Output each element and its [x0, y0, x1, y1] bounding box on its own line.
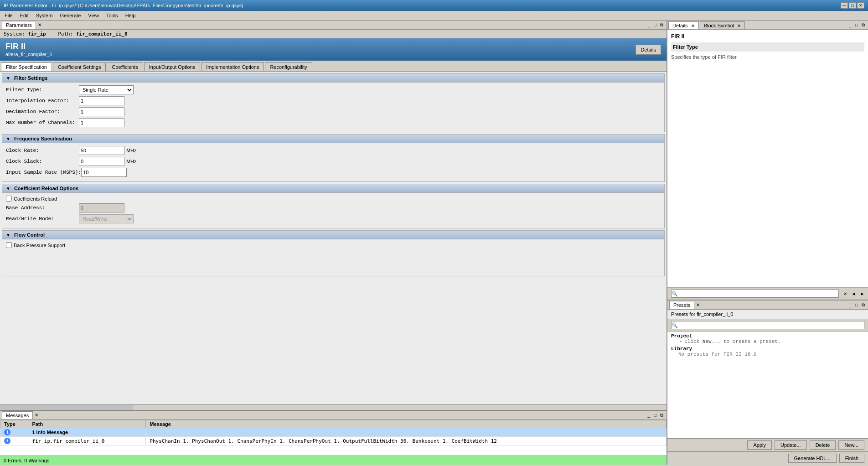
filter-settings-title: Filter Settings: [14, 75, 47, 81]
msg-col-message: Message: [146, 420, 666, 428]
tab-block-symbol[interactable]: Block Symbol ✕: [700, 21, 745, 29]
delete-button[interactable]: Delete: [810, 440, 836, 450]
system-label: System:: [4, 31, 25, 37]
clock-slack-row: Clock Slack: MHz: [6, 157, 661, 166]
menu-view[interactable]: View: [85, 12, 102, 19]
tab-details[interactable]: Details ✕: [668, 21, 699, 29]
minimize-button[interactable]: —: [841, 2, 848, 9]
base-address-label: Base Address:: [6, 205, 79, 211]
interpolation-factor-row: Interpolation Factor:: [6, 96, 661, 105]
panel-maximize-icon[interactable]: □: [652, 22, 658, 28]
filter-settings-section: ▼ Filter Settings Filter Type: Single Ra…: [2, 73, 665, 132]
max-channels-input[interactable]: [79, 118, 124, 127]
tab-implementation-options[interactable]: Implementation Options: [201, 62, 264, 71]
tab-filter-specification[interactable]: Filter Specification: [1, 62, 52, 71]
filter-content-area: ▼ Filter Settings Filter Type: Single Ra…: [0, 72, 666, 404]
block-symbol-tab-close[interactable]: ✕: [737, 23, 741, 28]
msg-summary-text: 1 Info Message: [28, 428, 146, 437]
main-layout: Parameters ✕ _ □ ⧉ System: fir_ip Path: …: [0, 21, 868, 465]
coeff-reload-checkbox[interactable]: [6, 196, 12, 202]
frequency-spec-collapse[interactable]: ▼: [6, 136, 10, 141]
messages-maximize-icon[interactable]: □: [652, 413, 658, 418]
presets-for-text: Presets for fir_compiler_ii_0: [671, 311, 733, 317]
details-tab-close[interactable]: ✕: [691, 23, 695, 28]
update-button[interactable]: Update...: [775, 440, 807, 450]
search-bar: 🔍: [671, 290, 839, 298]
presets-search-icon: 🔍: [672, 322, 678, 328]
presets-search-input[interactable]: [678, 321, 864, 329]
title-bar-text: IP Parameter Editor - fir_ip.qsys* (C:\U…: [4, 3, 243, 8]
filter-type-row: Filter Type: Single Rate Interpolation D…: [6, 85, 661, 94]
menu-file[interactable]: File: [2, 12, 16, 19]
messages-tab-close[interactable]: ✕: [35, 413, 38, 418]
generate-hdl-button[interactable]: Generate HDL...: [788, 454, 837, 463]
filter-settings-collapse[interactable]: ▼: [6, 76, 10, 81]
details-button[interactable]: Details: [636, 45, 661, 55]
read-write-mode-select[interactable]: Read/Write Read Only Write Only: [79, 214, 134, 223]
right-minimize-icon[interactable]: _: [847, 22, 853, 28]
clock-slack-label: Clock Slack:: [6, 159, 79, 164]
tab-input-output-options[interactable]: Input/Output Options: [144, 62, 201, 71]
presets-maximize-icon[interactable]: □: [854, 302, 859, 308]
panel-minimize-icon[interactable]: _: [646, 22, 651, 28]
library-child: No presets for FIR II 16.0: [671, 352, 864, 357]
presets-tab[interactable]: Presets: [669, 301, 694, 309]
new-button[interactable]: New...: [838, 440, 864, 450]
menu-system[interactable]: System: [33, 12, 56, 19]
presets-float-icon[interactable]: ⧉: [860, 302, 866, 308]
maximize-button[interactable]: □: [849, 2, 856, 9]
input-sample-rate-input[interactable]: [81, 168, 127, 177]
right-float-icon[interactable]: ⧉: [860, 22, 866, 28]
finish-button[interactable]: Finish: [839, 454, 864, 463]
messages-minimize-icon[interactable]: _: [646, 413, 651, 418]
base-address-input[interactable]: [79, 203, 124, 212]
search-input[interactable]: [678, 290, 838, 297]
clock-rate-input[interactable]: [79, 146, 124, 155]
presets-panel: Presets ✕ _ □ ⧉ Presets for fir_compiler…: [667, 300, 868, 465]
filter-type-select[interactable]: Single Rate Interpolation Decimation: [79, 85, 134, 94]
parameters-tab[interactable]: Parameters: [2, 21, 36, 29]
right-maximize-icon[interactable]: □: [854, 22, 859, 28]
component-name: FIR II: [5, 42, 52, 52]
flow-control-section: ▼ Flow Control Back Pressure Support: [2, 230, 665, 276]
coeff-reload-section: ▼ Coefficient Reload Options Coefficient…: [2, 184, 665, 228]
system-path-bar: System: fir_ip Path: fir_compiler_ii_0: [0, 30, 666, 38]
search-clear-btn[interactable]: ✕: [842, 290, 849, 297]
flow-control-collapse[interactable]: ▼: [6, 233, 10, 238]
clock-rate-row: Clock Rate: MHz: [6, 146, 661, 155]
filter-type-heading: Filter Type: [671, 42, 864, 52]
tab-coefficient-settings[interactable]: Coefficient Settings: [53, 62, 106, 71]
messages-tab[interactable]: Messages: [2, 411, 33, 419]
nav-back-button[interactable]: ◄: [850, 290, 858, 297]
decimation-factor-input[interactable]: [79, 107, 124, 116]
clock-slack-input[interactable]: [79, 157, 124, 166]
parameters-tab-close[interactable]: ✕: [38, 22, 41, 27]
path-value: fir_compiler_ii_0: [76, 31, 128, 37]
component-type: altera_fir_compiler_ii: [5, 52, 52, 57]
decimation-factor-row: Decimation Factor:: [6, 107, 661, 116]
msg-col-path: Path: [28, 420, 146, 428]
back-pressure-checkbox[interactable]: [6, 242, 12, 248]
tab-reconfigurability[interactable]: Reconfigurability: [265, 62, 312, 71]
menu-tools[interactable]: Tools: [103, 12, 121, 19]
menu-edit[interactable]: Edit: [17, 12, 31, 19]
component-header: FIR II altera_fir_compiler_ii Details: [0, 38, 666, 61]
presets-minimize-icon[interactable]: _: [847, 302, 853, 308]
content-scrollbar[interactable]: [0, 404, 666, 410]
messages-float-icon[interactable]: ⧉: [659, 413, 665, 418]
presets-tab-close[interactable]: ✕: [696, 302, 700, 307]
tab-coefficients[interactable]: Coefficients: [107, 62, 143, 71]
right-toolbar: 🔍 ✕ ◄ ►: [667, 287, 868, 300]
menu-generate[interactable]: Generate: [57, 12, 83, 19]
apply-button[interactable]: Apply: [747, 440, 772, 450]
right-top-panel: Details ✕ Block Symbol ✕ _ □ ⧉ FIR II Fi…: [667, 21, 868, 300]
panel-float-icon[interactable]: ⧉: [659, 22, 665, 28]
menu-help[interactable]: Help: [123, 12, 139, 19]
menu-bar: File Edit System Generate View Tools Hel…: [0, 11, 868, 21]
coeff-reload-header: ▼ Coefficient Reload Options: [2, 184, 664, 193]
coeff-reload-collapse[interactable]: ▼: [6, 186, 10, 191]
interpolation-factor-input[interactable]: [79, 96, 124, 105]
right-tabs: Details ✕ Block Symbol ✕ _ □ ⧉: [667, 21, 868, 30]
nav-forward-button[interactable]: ►: [858, 290, 866, 297]
close-window-button[interactable]: ✕: [857, 2, 864, 9]
